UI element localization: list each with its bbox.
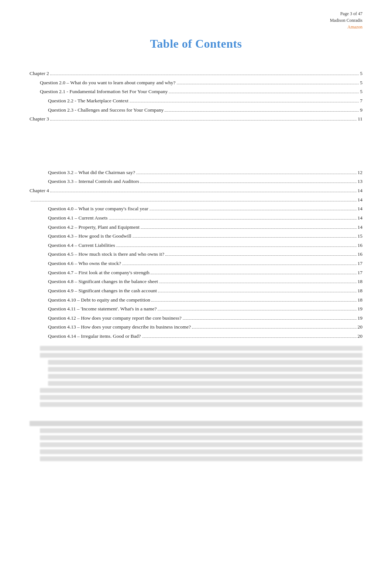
page-title-section: Table of Contents <box>30 37 362 51</box>
toc-entry-text: Question 3.3 – Internal Controls and Aud… <box>48 177 139 186</box>
toc-dots <box>192 328 356 329</box>
toc-row-q411: Question 4.11 – 'Income statement'. What… <box>30 304 362 313</box>
toc-entry-text: Question 4.12 – How does your company re… <box>48 314 182 323</box>
toc-entry-text: Question 4.7 – First look at the company… <box>48 268 149 277</box>
toc-row-q43: Question 4.3 – How good is the Goodwill … <box>30 232 362 241</box>
toc-row-chapter2: Chapter 2 5 <box>30 69 362 78</box>
toc-dots <box>151 301 356 302</box>
blurred-line <box>40 402 362 407</box>
toc-row-q32: Question 3.2 – What did the Chairman say… <box>30 168 362 177</box>
toc-dots <box>31 201 357 201</box>
toc-page-ref: 14 <box>358 186 363 195</box>
blurred-line <box>40 346 362 351</box>
toc-row-q45: Question 4.5 – How much stock is there a… <box>30 250 362 259</box>
blurred-line <box>40 435 362 440</box>
blurred-line <box>40 353 362 358</box>
toc-page-ref: 9 <box>360 106 362 115</box>
toc-entry-text: Question 3.2 – What did the Chairman say… <box>48 168 135 177</box>
toc-entry-text: Question 4.0 – What is your company's fi… <box>48 204 148 213</box>
blurred-line <box>48 381 362 386</box>
toc-row-q41: Question 4.1 – Current Assets 14 <box>30 214 362 222</box>
toc-page-ref: 5 <box>360 69 362 78</box>
toc-entry-text: Chapter 2 <box>30 69 49 78</box>
toc-row-q21: Question 2.1 - Fundamental Information S… <box>30 87 362 96</box>
toc-title: Table of Contents <box>30 37 362 51</box>
toc-row-empty: 14 <box>30 195 362 204</box>
blurred-line <box>48 360 362 365</box>
toc-page-ref: 16 <box>358 250 363 259</box>
toc-dots <box>141 228 356 229</box>
toc-dots <box>158 292 356 292</box>
toc-entry-text: Question 2.0 – What do you want to learn… <box>40 78 176 87</box>
toc-page-ref: 18 <box>358 296 363 304</box>
toc-page-ref: 15 <box>358 232 363 241</box>
toc-entry-text: Question 2.1 - Fundamental Information S… <box>40 87 168 96</box>
toc-dots <box>50 75 359 75</box>
blurred-block-1 <box>30 346 362 407</box>
toc-page-ref: 11 <box>358 115 362 123</box>
toc-entry-text: Question 4.3 – How good is the Goodwill <box>48 232 131 241</box>
toc-row-q44: Question 4.4 – Current Liabilities 16 <box>30 241 362 250</box>
toc-row-q412: Question 4.12 – How does your company re… <box>30 314 362 323</box>
toc-page-ref: 20 <box>358 323 363 331</box>
toc-page-ref: 14 <box>358 223 363 232</box>
blurred-content-section <box>30 346 362 461</box>
toc-dots <box>122 265 356 265</box>
toc-page-ref: 5 <box>360 87 362 96</box>
toc-dots <box>130 102 359 102</box>
blurred-line <box>48 374 362 379</box>
blurred-line <box>40 388 362 393</box>
toc-entry-text: Question 4.6 – Who owns the stock? <box>48 259 121 268</box>
toc-dots <box>116 246 357 247</box>
toc-entry-text: Chapter 3 <box>30 115 49 123</box>
toc-row-q46: Question 4.6 – Who owns the stock? 17 <box>30 259 362 268</box>
toc-row-q33: Question 3.3 – Internal Controls and Aud… <box>30 177 362 186</box>
toc-entry-text: Question 4.14 – Irregular items. Good or… <box>48 332 141 341</box>
toc-entry-text: Question 4.9 – Significant changes in th… <box>48 286 157 295</box>
toc-entry-text: Question 4.4 – Current Liabilities <box>48 241 115 250</box>
toc-row-q410: Question 4.10 – Debt to equity and the c… <box>30 296 362 304</box>
toc-row-chapter3: Chapter 3 11 <box>30 115 362 123</box>
blurred-block-2 <box>30 421 362 461</box>
toc-page-ref: 18 <box>358 286 363 295</box>
blurred-line <box>40 428 362 433</box>
toc-page-ref: 16 <box>358 241 363 250</box>
company-name: Amazon <box>330 24 362 30</box>
gap-section <box>30 124 362 168</box>
toc-page-ref: 19 <box>358 304 363 313</box>
toc-dots <box>165 255 357 256</box>
toc-entry-text: Question 4.13 – How does your company de… <box>48 323 191 331</box>
toc-entry-text: Question 4.1 – Current Assets <box>48 214 108 222</box>
author-name: Madison Conradis <box>330 17 362 24</box>
toc-row-q414: Question 4.14 – Irregular items. Good or… <box>30 332 362 341</box>
toc-entry-text: Question 4.8 – Significant changes in th… <box>48 277 158 286</box>
toc-dots <box>50 120 357 120</box>
toc-dots <box>140 183 356 183</box>
toc-page-ref: 14 <box>358 204 363 213</box>
toc-dots <box>151 274 356 274</box>
toc-row-q48: Question 4.8 – Significant changes in th… <box>30 277 362 286</box>
blurred-line <box>40 449 362 454</box>
blurred-chapter <box>30 421 362 426</box>
toc-row-q42: Question 4.2 – Property, Plant and Equip… <box>30 223 362 232</box>
toc-dots <box>169 93 359 93</box>
toc-page-ref: 13 <box>358 177 363 186</box>
toc-page-ref: 12 <box>358 168 363 177</box>
blurred-line <box>40 456 362 461</box>
toc-dots <box>159 283 356 283</box>
toc-entry-text: Question 4.2 – Property, Plant and Equip… <box>48 223 140 232</box>
toc-entry-text: Question 4.5 – How much stock is there a… <box>48 250 164 259</box>
toc-row-q22: Question 2.2 - The Marketplace Context 7 <box>30 96 362 105</box>
toc-entry-text: Question 4.10 – Debt to equity and the c… <box>48 296 150 304</box>
toc-lower: Question 3.2 – What did the Chairman say… <box>30 168 362 341</box>
toc-dots <box>158 310 356 310</box>
toc-dots <box>177 84 359 84</box>
toc-row-chapter4: Chapter 4 14 <box>30 186 362 195</box>
toc-page-ref: 18 <box>358 277 363 286</box>
toc-page-ref: 17 <box>358 259 363 268</box>
toc-row-q20: Question 2.0 – What do you want to learn… <box>30 78 362 87</box>
blurred-line <box>48 367 362 372</box>
toc-row-q49: Question 4.9 – Significant changes in th… <box>30 286 362 295</box>
toc-page-ref: 7 <box>360 96 362 105</box>
toc-page-ref: 20 <box>358 332 363 341</box>
